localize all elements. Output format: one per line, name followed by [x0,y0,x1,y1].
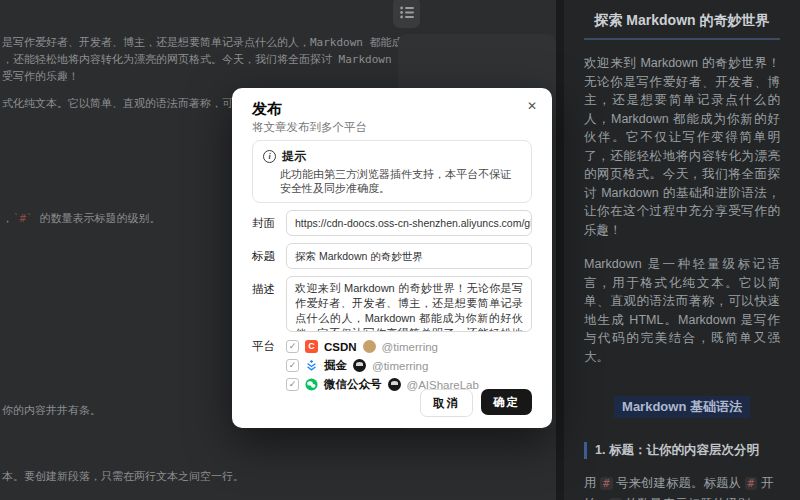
editor-line: ，`#` 的数量表示标题的级别。 [2,211,161,227]
wechat-icon [305,378,318,391]
preview-section-heading: Markdown 基础语法 [614,396,750,418]
editor-line: 你的内容井井有条。 [2,403,101,419]
csdn-icon: C [305,340,318,353]
editor-line: ，还能轻松地将内容转化为漂亮的网页格式。今天，我们将全面探讨 Markdown … [2,52,409,68]
juejin-icon [305,359,318,372]
title-label: 标题 [252,243,286,269]
cancel-button[interactable]: 取消 [420,389,473,417]
platform-handle: @timerring [382,341,438,353]
editor-line: 受写作的乐趣！ [2,69,79,85]
preview-paragraph: 用 # 号来创建标题。标题从 # 开始，# 的数量表示标题的级别。 [584,473,780,500]
avatar [353,359,366,372]
preview-subheading: 1. 标题：让你的内容层次分明 [584,442,780,459]
close-icon[interactable]: ✕ [524,98,540,114]
confirm-button[interactable]: 确定 [481,389,532,415]
platform-row-csdn: ✓ C CSDN @timerring [286,340,532,353]
wechat-checkbox[interactable]: ✓ [286,378,299,391]
inline-code-token: `#` [13,212,33,225]
notice-body: 此功能由第三方浏览器插件支持，本平台不保证安全性及同步准确度。 [280,167,521,195]
outline-toggle-button[interactable] [393,0,420,28]
preview-pane: 探索 Markdown 的奇妙世界 欢迎来到 Markdown 的奇妙世界！无论… [564,0,800,500]
platform-name: CSDN [324,341,357,353]
juejin-checkbox[interactable]: ✓ [286,359,299,372]
platform-name: 掘金 [324,358,347,373]
publish-dialog: 发布 ✕ 将文章发布到多个平台 i 提示 此功能由第三方浏览器插件支持，本平台不… [232,88,552,428]
inline-code: # [600,477,613,490]
description-textarea[interactable]: 欢迎来到 Markdown 的奇妙世界！无论你是写作爱好者、开发者、博主，还是想… [286,276,532,332]
info-icon: i [263,150,276,163]
platform-label: 平台 [252,339,286,397]
editor-line: 是写作爱好者、开发者、博主，还是想要简单记录点什么的人，Markdown 都能成… [2,35,414,51]
platform-name: 微信公众号 [324,377,382,392]
editor-line: 式化纯文本。它以简单、直观的语法而著称，可以快 [2,96,255,112]
preview-paragraph: Markdown 是一种轻量级标记语言，用于格式化纯文本。它以简单、直观的语法而… [584,255,780,366]
avatar [363,340,376,353]
description-label: 描述 [252,276,286,332]
editor-line: 本。要创建新段落，只需在两行文本之间空一行。 [2,469,244,485]
inline-code: # [745,477,758,490]
preview-article-title: 探索 Markdown 的奇妙世界 [584,12,780,40]
cover-input[interactable]: https://cdn-doocs.oss-cn-shenzhen.aliyun… [286,210,532,236]
avatar [388,378,401,391]
title-input[interactable]: 探索 Markdown 的奇妙世界 [286,243,532,269]
platform-handle: @timerring [372,360,428,372]
dialog-subtitle: 将文章发布到多个平台 [252,121,532,134]
notice-title: 提示 [282,148,306,165]
platform-row-juejin: ✓ 掘金 @timerring [286,359,532,372]
cover-label: 封面 [252,210,286,236]
preview-paragraph: 欢迎来到 Markdown 的奇妙世界！无论你是写作爱好者、开发者、博主，还是想… [584,54,780,239]
dialog-title: 发布 [252,100,532,118]
pane-divider[interactable] [556,0,564,500]
list-icon [400,6,414,19]
csdn-checkbox[interactable]: ✓ [286,340,299,353]
notice-box: i 提示 此功能由第三方浏览器插件支持，本平台不保证安全性及同步准确度。 [252,140,532,203]
app-window: 是写作爱好者、开发者、博主，还是想要简单记录点什么的人，Markdown 都能成… [0,0,800,500]
